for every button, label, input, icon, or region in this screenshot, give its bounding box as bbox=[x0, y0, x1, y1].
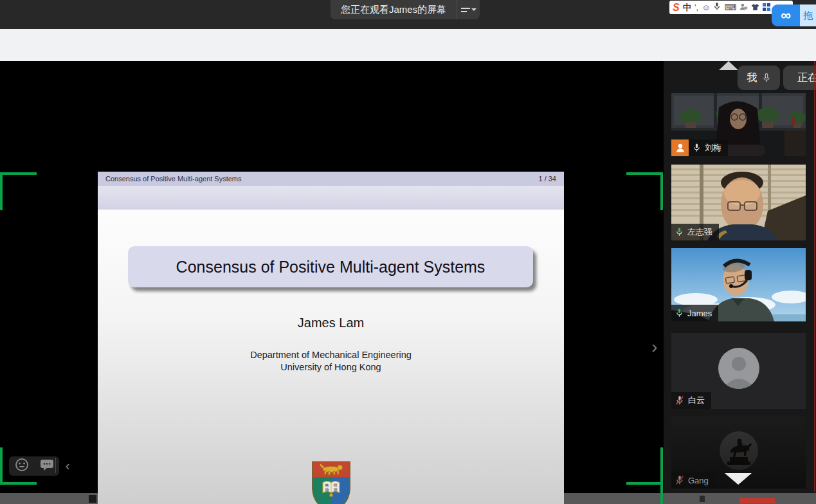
floating-tool-button[interactable]: ∞ bbox=[772, 4, 800, 26]
toolbox-grid-icon[interactable] bbox=[763, 2, 770, 14]
taskbar-fragment bbox=[89, 495, 96, 503]
keyboard-icon[interactable]: ⌨ bbox=[724, 1, 736, 14]
input-mode-chinese[interactable]: 中 bbox=[683, 1, 691, 14]
profile-icon[interactable] bbox=[739, 2, 748, 14]
slide-page-indicator: 1 / 34 bbox=[538, 175, 556, 183]
floating-tool-drag-label[interactable]: 拖 bbox=[800, 4, 816, 26]
participant-label: 白云 bbox=[671, 392, 711, 409]
svg-text:物: 物 bbox=[325, 487, 329, 492]
expand-panel-chevron[interactable]: › bbox=[647, 334, 662, 360]
scroll-more-participants-arrow[interactable] bbox=[725, 473, 752, 485]
divider bbox=[55, 458, 56, 473]
person-icon bbox=[675, 143, 685, 153]
banner-menu-button[interactable] bbox=[457, 0, 480, 19]
chat-button[interactable] bbox=[40, 458, 54, 474]
participant-tile-james[interactable]: James bbox=[671, 248, 806, 321]
reaction-bar bbox=[9, 456, 59, 476]
hamburger-icon bbox=[461, 6, 470, 14]
svg-text:德: 德 bbox=[333, 487, 338, 492]
hku-crest: 格 物 明 德 SAPIENTIA·ET·VIRTUS bbox=[304, 458, 359, 504]
voice-input-icon[interactable] bbox=[713, 2, 721, 14]
participant-tile-zuozhiqiang[interactable]: 左志强 bbox=[671, 165, 806, 240]
chevron-down-icon bbox=[471, 8, 476, 11]
mic-active-icon bbox=[675, 227, 684, 237]
participant-sidebar: 我 正在讲 bbox=[664, 61, 816, 493]
mic-muted-icon bbox=[675, 395, 684, 406]
slide-affiliation-2: University of Hong Kong bbox=[98, 362, 564, 372]
slide-author: James Lam bbox=[98, 316, 564, 330]
collapse-toolbar-chevron[interactable]: ‹ bbox=[61, 455, 74, 476]
my-audio-pill[interactable]: 我 bbox=[738, 66, 780, 90]
shared-screen-area: Consensus of Positive Multi-agent System… bbox=[0, 61, 664, 493]
watching-screen-banner: 您正在观看James的屏幕 bbox=[331, 0, 480, 19]
collapse-panel-arrow-up[interactable] bbox=[719, 61, 738, 70]
slide-title-box: Consensus of Positive Multi-agent System… bbox=[128, 246, 533, 287]
taskbar-fragment bbox=[739, 498, 775, 503]
slide-header-gradient bbox=[98, 186, 564, 210]
mic-active-icon bbox=[675, 308, 684, 318]
speaking-indicator-pill[interactable]: 正在讲 bbox=[783, 66, 816, 90]
participant-tile-liumei[interactable]: 刘梅 bbox=[671, 84, 806, 156]
recording-border-line bbox=[814, 61, 815, 492]
sogou-logo-icon[interactable]: S bbox=[673, 1, 680, 14]
infinity-logo-icon: ∞ bbox=[781, 7, 791, 24]
share-border-right-segment bbox=[660, 485, 663, 504]
share-border-top-right bbox=[626, 172, 663, 210]
share-border-bottom-right bbox=[626, 447, 663, 485]
svg-text:明: 明 bbox=[333, 483, 337, 487]
watching-screen-label: 您正在观看James的屏幕 bbox=[331, 4, 457, 16]
slide-affiliation-1: Department of Mechanical Engineering bbox=[98, 350, 564, 360]
skin-icon[interactable] bbox=[751, 2, 759, 14]
presentation-slide: Consensus of Positive Multi-agent System… bbox=[98, 172, 564, 504]
mic-on-icon bbox=[693, 143, 701, 153]
emoji-reaction-button[interactable] bbox=[15, 458, 29, 474]
punctuation-icon[interactable]: ’, bbox=[694, 1, 699, 14]
participant-tile-baiyun[interactable]: 白云 bbox=[671, 333, 806, 409]
slide-body: Consensus of Positive Multi-agent System… bbox=[98, 210, 564, 504]
participant-label: James bbox=[671, 305, 718, 321]
participant-label: 刘梅 bbox=[689, 140, 728, 156]
participant-label: Gang bbox=[671, 472, 715, 489]
participant-label: 左志强 bbox=[671, 224, 719, 240]
share-border-top-left bbox=[0, 172, 37, 210]
emoji-icon[interactable]: ☺ bbox=[702, 1, 710, 14]
avatar-placeholder bbox=[718, 347, 760, 390]
taskbar-fragment bbox=[700, 496, 705, 502]
slide-header-title: Consensus of Positive Multi-agent System… bbox=[105, 175, 242, 183]
slide-header-bar: Consensus of Positive Multi-agent System… bbox=[98, 172, 564, 186]
host-badge bbox=[671, 140, 689, 156]
microphone-icon bbox=[762, 73, 771, 84]
meeting-toolbar: 19:18 演讲者视图 bbox=[0, 29, 816, 61]
mic-muted-icon bbox=[675, 475, 684, 485]
